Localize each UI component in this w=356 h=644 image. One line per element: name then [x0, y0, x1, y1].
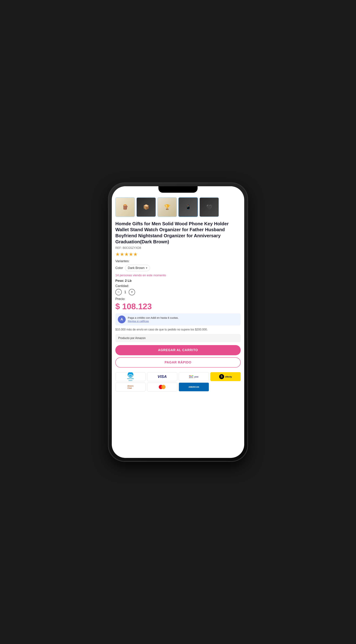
addi-icon: A	[118, 316, 126, 323]
color-dropdown[interactable]: Dark Brown ▾	[125, 265, 150, 271]
star-1: ★	[115, 251, 120, 257]
price-label: Precio:	[115, 297, 241, 301]
payment-pse: pse	[179, 372, 209, 381]
mastercard-circle-right	[161, 385, 166, 389]
american-label: AMERICAN	[188, 386, 199, 388]
color-value: Dark Brown	[128, 266, 145, 270]
shipping-notice: $10.000 más de envío en caso de que tu p…	[115, 328, 241, 332]
thumbnail-4[interactable]: 📱	[178, 197, 198, 217]
thumbnail-1[interactable]: 🪵	[115, 197, 135, 217]
screen-content[interactable]: 🪵 📦 🏆 📱	[112, 186, 244, 458]
dropdown-arrow-icon: ▾	[146, 266, 147, 269]
product-section: Homde Gifts for Men Solid Wood Phone Key…	[112, 219, 244, 395]
payment-methods: mercado pago VISA	[115, 372, 241, 392]
addi-text-block: Paga a crédito con Addi en hasta 6 cuota…	[128, 316, 178, 323]
pay-fast-button[interactable]: PAGAR RÁPIDO	[115, 358, 241, 368]
payment-mastercard	[147, 382, 177, 392]
addi-text: Paga a crédito con Addi en hasta 6 cuota…	[128, 316, 178, 319]
add-to-cart-button[interactable]: AGREGAR AL CARRITO	[115, 345, 241, 355]
thumbnail-5[interactable]: 🖤	[199, 197, 219, 217]
quantity-label: Cantidad:	[115, 284, 241, 288]
efecty-label: efecty	[225, 376, 232, 378]
pse-logo: pse	[189, 375, 198, 378]
phone-inner: 🪵 📦 🏆 📱	[112, 186, 244, 458]
color-label: Color	[115, 266, 123, 270]
price-value: $ 108.123	[115, 302, 152, 311]
phone-frame: 🪵 📦 🏆 📱	[109, 183, 247, 461]
quantity-value: 1	[124, 290, 126, 294]
star-5-half: ★	[133, 251, 138, 257]
phone-screen: 🪵 📦 🏆 📱	[112, 186, 244, 458]
weight-info: Peso: 2 Lb	[115, 279, 241, 283]
amazon-badge: Producto por Amazon	[115, 334, 241, 342]
viewers-notice: 14 personas viendo en este momento	[115, 274, 241, 277]
star-2: ★	[120, 251, 124, 257]
star-4: ★	[129, 251, 133, 257]
variants-label: Variantes:	[115, 259, 241, 263]
addi-link[interactable]: Revisa si calificas	[128, 320, 149, 322]
thumbnail-2[interactable]: 📦	[136, 197, 156, 217]
payment-american-express: AMERICAN	[179, 382, 209, 392]
product-title: Homde Gifts for Men Solid Wood Phone Key…	[115, 221, 241, 245]
price-section: Precio: $ 108.123	[115, 297, 241, 311]
thumbnail-3[interactable]: 🏆	[157, 197, 177, 217]
payment-efecty: S efecty	[210, 372, 241, 381]
mercadopago-icon	[128, 372, 133, 378]
quantity-increase-button[interactable]: +	[129, 289, 135, 295]
quantity-control: − 1 +	[115, 289, 241, 295]
star-3: ★	[124, 251, 129, 257]
star-rating: ★ ★ ★ ★ ★	[115, 251, 241, 257]
visa-label: VISA	[158, 374, 167, 379]
addi-banner: A Paga a crédito con Addi en hasta 6 cuo…	[115, 313, 241, 326]
phone-notch	[159, 186, 197, 193]
diners-label: DinersClub	[128, 385, 134, 389]
thumbnail-gallery: 🪵 📦 🏆 📱	[112, 195, 244, 219]
quantity-section: Cantidad: − 1 +	[115, 284, 241, 295]
product-ref: REF: B0CG5ZYXD8	[115, 246, 241, 250]
efecty-icon: S	[219, 374, 224, 379]
payment-diners: DinersClub	[115, 382, 146, 392]
color-selector: Color Dark Brown ▾	[115, 265, 241, 271]
payment-mercadopago: mercado pago	[115, 372, 146, 381]
quantity-decrease-button[interactable]: −	[115, 289, 122, 295]
payment-visa: VISA	[147, 372, 177, 381]
